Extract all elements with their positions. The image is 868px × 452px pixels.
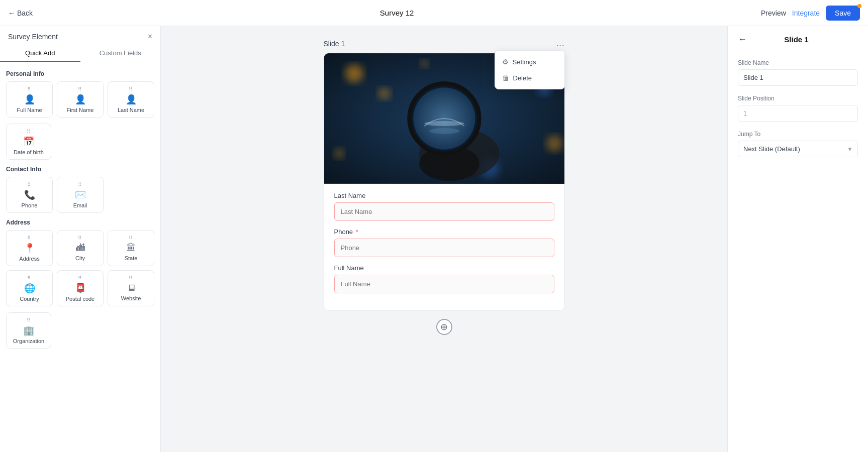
delete-label: Delete: [513, 74, 532, 82]
personal-info-grid: ⠿ 👤 Full Name ⠿ 👤 First Name ⠿ 👤 Last Na…: [6, 81, 154, 118]
notification-dot: [857, 4, 861, 8]
left-panel-title: Survey Element: [8, 33, 58, 41]
close-button[interactable]: ×: [148, 32, 152, 41]
slide-card: Last Name Phone * Full Name: [324, 53, 565, 311]
phone-icon: 📞: [24, 189, 35, 200]
svg-point-14: [429, 128, 459, 134]
city-icon: 🏙: [76, 243, 85, 253]
full-name-label: Full Name: [17, 107, 42, 113]
jump-to-label: Jump To: [738, 131, 858, 138]
dob-label: Date of birth: [14, 149, 44, 155]
settings-icon: ⚙: [502, 58, 509, 66]
field-card-state[interactable]: ⠿ 🏛 State: [108, 230, 154, 266]
slide-position-group: Slide Position: [738, 95, 858, 122]
drag-dots: ⠿: [78, 236, 82, 241]
add-slide-button[interactable]: ⊕: [436, 319, 452, 335]
drag-dots: ⠿: [129, 87, 133, 92]
more-wrapper: … ⚙ Settings 🗑 Delete: [556, 38, 565, 49]
tab-quick-add[interactable]: Quick Add: [0, 45, 80, 62]
right-panel-header: ← Slide 1: [728, 26, 868, 51]
right-panel-title: Slide 1: [784, 35, 808, 44]
back-arrow-icon: ←: [8, 9, 15, 17]
field-card-address[interactable]: ⠿ 📍 Address: [6, 230, 53, 266]
back-button[interactable]: ← Back: [8, 9, 33, 17]
tabs-row: Quick Add Custom Fields: [0, 45, 160, 62]
dropdown-menu: ⚙ Settings 🗑 Delete: [495, 50, 565, 89]
field-card-first-name[interactable]: ⠿ 👤 First Name: [57, 81, 104, 118]
field-card-phone[interactable]: ⠿ 📞 Phone: [6, 177, 53, 213]
topbar-right: Preview Integrate Save: [761, 6, 860, 21]
jump-to-select[interactable]: Next Slide (Default): [738, 141, 858, 157]
slide-header: Slide 1 … ⚙ Settings 🗑 Delete: [324, 38, 565, 49]
main-layout: Survey Element × Quick Add Custom Fields…: [0, 26, 868, 452]
first-name-icon: 👤: [75, 94, 86, 105]
field-card-organization[interactable]: ⠿ 🏢 Organization: [6, 312, 51, 349]
first-name-label: First Name: [67, 107, 94, 113]
field-card-last-name[interactable]: ⠿ 👤 Last Name: [108, 81, 154, 118]
email-label: Email: [73, 202, 87, 208]
drag-dots: ⠿: [27, 129, 31, 134]
dob-icon: 📅: [23, 136, 34, 147]
slide-position-input[interactable]: [738, 105, 858, 122]
form-label-last-name: Last Name: [334, 192, 554, 199]
form-input-phone[interactable]: [334, 239, 554, 257]
form-field-full-name: Full Name: [334, 264, 554, 293]
field-card-full-name[interactable]: ⠿ 👤 Full Name: [6, 81, 53, 118]
integrate-button[interactable]: Integrate: [792, 9, 820, 17]
drag-dots: ⠿: [27, 182, 32, 187]
dropdown-settings[interactable]: ⚙ Settings: [495, 54, 564, 70]
drag-dots: ⠿: [78, 182, 82, 187]
dropdown-delete[interactable]: 🗑 Delete: [495, 70, 564, 86]
right-panel: ← Slide 1 Slide Name Slide Position Jump…: [727, 26, 868, 452]
svg-point-1: [345, 64, 363, 82]
svg-point-6: [546, 136, 562, 152]
field-card-email[interactable]: ⠿ ✉️ Email: [57, 177, 104, 213]
form-input-last-name[interactable]: [334, 202, 554, 221]
personal-info-section-title: Personal Info: [6, 70, 154, 77]
left-panel-header: Survey Element ×: [0, 26, 160, 45]
slide-name-input[interactable]: [738, 69, 858, 86]
drag-dots: ⠿: [27, 276, 32, 281]
drag-dots: ⠿: [78, 87, 82, 92]
center-canvas: Slide 1 … ⚙ Settings 🗑 Delete: [161, 26, 727, 452]
more-button[interactable]: …: [556, 38, 565, 49]
organization-icon: 🏢: [23, 325, 34, 336]
contact-info-section-title: Contact Info: [6, 166, 154, 173]
required-indicator: *: [356, 228, 358, 236]
drag-dots: ⠿: [27, 87, 32, 92]
form-label-full-name: Full Name: [334, 264, 554, 272]
save-button[interactable]: Save: [826, 6, 860, 21]
website-icon: 🖥: [127, 283, 136, 293]
preview-button[interactable]: Preview: [761, 9, 786, 17]
other-grid: ⠿ 🏢 Organization: [6, 312, 154, 349]
contact-info-grid: ⠿ 📞 Phone ⠿ ✉️ Email: [6, 177, 154, 213]
jump-to-select-wrapper: Next Slide (Default) ▼: [738, 141, 858, 157]
slide-label: Slide 1: [324, 40, 345, 48]
form-input-full-name[interactable]: [334, 275, 554, 293]
last-name-label: Last Name: [118, 107, 144, 113]
back-label: Back: [17, 9, 33, 17]
address-icon: 📍: [24, 243, 35, 254]
tab-custom-fields[interactable]: Custom Fields: [80, 45, 161, 62]
form-field-phone: Phone *: [334, 228, 554, 257]
topbar-left: ← Back: [8, 9, 33, 17]
topbar-title: Survey 12: [380, 9, 414, 17]
email-icon: ✉️: [75, 189, 86, 200]
svg-point-2: [378, 87, 390, 99]
state-label: State: [125, 255, 138, 261]
last-name-icon: 👤: [126, 94, 137, 105]
drag-dots: ⠿: [78, 276, 82, 281]
field-card-website[interactable]: ⠿ 🖥 Website: [108, 270, 154, 306]
left-panel-content: Personal Info ⠿ 👤 Full Name ⠿ 👤 First Na…: [0, 62, 160, 452]
address-label: Address: [19, 256, 39, 262]
field-card-city[interactable]: ⠿ 🏙 City: [57, 230, 104, 266]
form-label-phone: Phone *: [334, 228, 554, 236]
field-card-postal-code[interactable]: ⠿ 📮 Postal code: [57, 270, 104, 306]
field-card-date-of-birth[interactable]: ⠿ 📅 Date of birth: [6, 124, 51, 160]
left-panel: Survey Element × Quick Add Custom Fields…: [0, 26, 161, 452]
right-panel-back-button[interactable]: ←: [738, 34, 747, 45]
field-card-country[interactable]: ⠿ 🌐 Country: [6, 270, 53, 306]
full-name-icon: 👤: [24, 94, 35, 105]
right-panel-body: Slide Name Slide Position Jump To Next S…: [728, 51, 868, 174]
slide-position-label: Slide Position: [738, 95, 858, 102]
